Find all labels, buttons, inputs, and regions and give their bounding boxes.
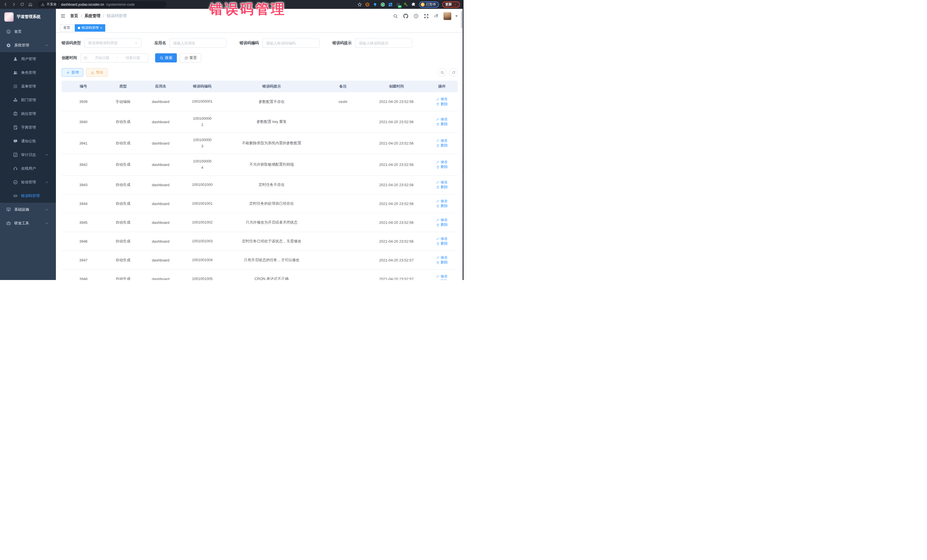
github-icon[interactable] (403, 14, 408, 18)
extension-v-badge-icon[interactable]: V (380, 2, 385, 7)
cell-type: 自动生成 (105, 154, 141, 175)
sidebar-item-infrastructure[interactable]: 基础设施 (0, 203, 56, 216)
forward-icon[interactable] (12, 2, 16, 6)
search-button[interactable]: 搜索 (155, 53, 177, 62)
delete-link[interactable]: 删除 (436, 164, 448, 169)
extension-key-icon[interactable] (404, 2, 408, 7)
app-logo-row[interactable]: 芋道管理系统 (0, 9, 56, 25)
cell-type: 自动生成 (105, 133, 141, 154)
tab-close-icon[interactable]: × (100, 26, 102, 30)
breadcrumb-system[interactable]: 系统管理 (84, 14, 100, 18)
user-avatar[interactable] (444, 12, 451, 20)
sidebar-item-user-management[interactable]: 用户管理 (0, 52, 56, 66)
avatar-caret-down-icon[interactable] (454, 14, 459, 18)
sidebar-item-dept-management[interactable]: 部门管理 (0, 93, 56, 107)
edit-link[interactable]: 修改 (436, 117, 448, 122)
cell-error-msg: 参数配置不存在 (224, 93, 319, 111)
delete-icon (436, 261, 439, 264)
sidebar-item-label: 菜单管理 (21, 84, 36, 89)
toggle-search-button[interactable] (438, 68, 447, 77)
reset-button[interactable]: 重置 (180, 53, 201, 62)
help-icon[interactable]: ? (413, 14, 418, 18)
tab-home[interactable]: 首页 (60, 24, 73, 32)
edit-link[interactable]: 修改 (436, 237, 448, 241)
search-icon[interactable] (393, 14, 398, 18)
sidebar-item-online-users[interactable]: 在线用户 (0, 162, 56, 175)
sidebar-item-home[interactable]: 首页 (0, 25, 56, 38)
action-label: 修改 (441, 237, 448, 241)
sidebar-item-system-management[interactable]: 系统管理 (0, 38, 56, 52)
cell-create-time: 2021-04-20 23:52:56 (366, 93, 426, 111)
edit-icon (436, 218, 439, 222)
cell-app-name: dashboard (141, 232, 181, 250)
sidebar-item-post-management[interactable]: 岗位管理 (0, 107, 56, 121)
date-range-picker[interactable]: 开始日期 - 结束日期 (81, 53, 148, 62)
sidebar-item-label: 系统管理 (14, 43, 29, 48)
edit-link[interactable]: 修改 (436, 97, 448, 102)
sidebar-item-dev-tools[interactable]: 研发工具 (0, 216, 56, 230)
sidebar-toggle-hamburger-icon[interactable] (61, 14, 65, 18)
edit-link[interactable]: 修改 (436, 138, 448, 143)
error-code-input[interactable] (263, 38, 319, 48)
delete-link[interactable]: 删除 (436, 279, 448, 280)
sidebar-item-label: 短信管理 (21, 180, 36, 185)
error-msg-input[interactable] (355, 38, 412, 48)
cell-type: 自动生成 (105, 111, 141, 133)
error-type-select[interactable]: 请选择错误码类型 (84, 38, 141, 48)
sidebar-item-error-code-management[interactable]: 错误码管理 (0, 189, 56, 203)
browser-update-button[interactable]: 更新 ⋮ (442, 2, 460, 8)
cell-id: 3940 (62, 111, 105, 133)
sidebar-item-role-management[interactable]: 角色管理 (0, 66, 56, 80)
cell-type: 自动生成 (105, 250, 141, 269)
end-date-placeholder: 结束日期 (120, 56, 145, 61)
browser-profile-chip[interactable]: 已暂停 (419, 2, 439, 8)
extension-target-icon[interactable] (365, 2, 370, 7)
bookmark-star-icon[interactable] (357, 2, 362, 7)
app-name-input[interactable] (169, 38, 226, 48)
edit-link[interactable]: 修改 (436, 217, 448, 222)
refresh-table-button[interactable] (449, 68, 458, 77)
delete-link[interactable]: 删除 (436, 143, 448, 148)
delete-link[interactable]: 删除 (436, 222, 448, 227)
sidebar-item-menu-management[interactable]: 菜单管理 (0, 80, 56, 93)
home-icon[interactable] (28, 2, 32, 6)
fullscreen-icon[interactable] (424, 14, 429, 18)
delete-icon (436, 186, 439, 189)
edit-link[interactable]: 修改 (436, 180, 448, 185)
action-label: 修改 (441, 97, 448, 102)
reload-icon[interactable] (20, 2, 24, 6)
date-range-separator: - (117, 56, 118, 60)
tab-error-code-management[interactable]: 错误码管理 × (75, 24, 105, 32)
breadcrumb-home[interactable]: 首页 (70, 14, 78, 18)
edit-link[interactable]: 修改 (436, 160, 448, 164)
sidebar-item-audit-log[interactable]: 审计日志 (0, 148, 56, 162)
delete-link[interactable]: 删除 (436, 122, 448, 127)
edit-link[interactable]: 修改 (436, 255, 448, 260)
vertical-scrollbar[interactable] (461, 11, 462, 29)
delete-link[interactable]: 删除 (436, 260, 448, 265)
delete-link[interactable]: 删除 (436, 185, 448, 190)
cell-actions: 修改删除 (426, 93, 458, 111)
sidebar-item-dict-management[interactable]: 字典管理 (0, 121, 56, 134)
extension-gem-icon[interactable] (373, 2, 377, 7)
extensions-puzzle-icon[interactable] (411, 2, 416, 7)
font-size-icon[interactable]: TT (434, 14, 438, 18)
sidebar-item-notice-announcement[interactable]: 通知公告 (0, 134, 56, 148)
edit-link[interactable]: 修改 (436, 199, 448, 203)
browser-menu-icon[interactable]: ⋮ (454, 3, 457, 6)
delete-link[interactable]: 删除 (436, 203, 448, 208)
cell-actions: 修改删除 (426, 213, 458, 232)
back-icon[interactable] (3, 2, 8, 6)
filter-error-type: 错误码类型 请选择错误码类型 (62, 38, 141, 48)
sidebar-item-sms-management[interactable]: 短信管理 (0, 175, 56, 189)
extension-vpn-icon[interactable]: on (396, 2, 400, 7)
delete-link[interactable]: 删除 (436, 102, 448, 107)
add-button[interactable]: 新增 (62, 68, 83, 77)
extension-grid-icon[interactable] (388, 2, 393, 7)
org-tree-icon (13, 98, 18, 102)
export-button[interactable]: 导出 (86, 68, 108, 77)
address-bar[interactable]: 不安全 dashboard.yudao.iocoder.cn/system/er… (38, 1, 167, 8)
edit-link[interactable]: 修改 (436, 274, 448, 279)
delete-link[interactable]: 删除 (436, 241, 448, 246)
filter-row-2: 创建时间 开始日期 - 结束日期 搜索 重置 (62, 53, 458, 62)
